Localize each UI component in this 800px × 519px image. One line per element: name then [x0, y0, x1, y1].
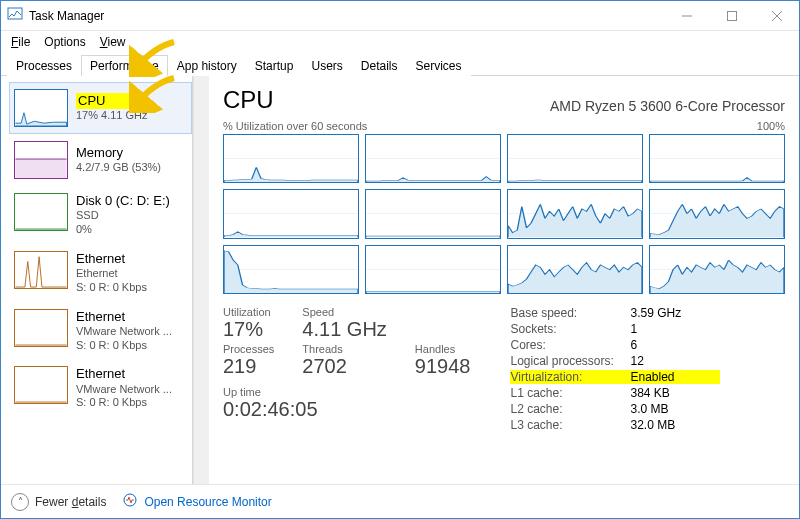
tab-details[interactable]: Details [352, 55, 407, 76]
cpu-core-chart [365, 189, 501, 238]
open-resource-monitor-label: Open Resource Monitor [144, 495, 271, 509]
sidebar-eth2-title: Ethernet [76, 366, 172, 382]
footer: ˄ Fewer details Open Resource Monitor [1, 484, 799, 518]
titlebar: Task Manager [1, 1, 799, 31]
tab-strip: Processes Performance App history Startu… [1, 53, 799, 76]
sidebar-eth0-title: Ethernet [76, 251, 147, 267]
cpu-panel: CPU AMD Ryzen 5 3600 6-Core Processor % … [209, 76, 799, 484]
sidebar-item-cpu[interactable]: CPU 17% 4.11 GHz [9, 82, 192, 134]
cpu-details: Base speed: 3.59 GHz Sockets: 1 Cores: 6… [510, 306, 720, 432]
sockets-value: 1 [630, 322, 720, 336]
l1-value: 384 KB [630, 386, 720, 400]
ethernet-thumb-icon [14, 251, 68, 289]
threads-label: Threads [302, 343, 386, 355]
sidebar-eth0-sub2: S: 0 R: 0 Kbps [76, 281, 147, 295]
svg-marker-23 [508, 205, 642, 238]
l1-label: L1 cache: [510, 386, 630, 400]
disk-thumb-icon [14, 193, 68, 231]
sidebar-eth2-sub2: S: 0 R: 0 Kbps [76, 396, 172, 410]
cpu-thumb-icon [14, 89, 68, 127]
window-title: Task Manager [29, 9, 104, 23]
menu-file[interactable]: File [11, 35, 30, 49]
logical-value: 12 [630, 354, 720, 368]
svg-marker-17 [650, 178, 784, 183]
cpu-core-chart [507, 189, 643, 238]
cpu-core-chart [507, 134, 643, 183]
cpu-core-chart [649, 189, 785, 238]
sidebar-scrollbar[interactable] [193, 76, 209, 484]
perf-sidebar: CPU 17% 4.11 GHz Memory 4.2/7.9 GB (53%) [1, 76, 193, 484]
virtualization-value: Enabled [630, 370, 720, 384]
util-axis-max: 100% [757, 120, 785, 132]
cpu-core-grid [223, 134, 785, 294]
ethernet-thumb-icon [14, 309, 68, 347]
sidebar-item-ethernet-2[interactable]: Ethernet VMware Network ... S: 0 R: 0 Kb… [9, 359, 192, 417]
cpu-core-chart [223, 189, 359, 238]
menu-options[interactable]: Options [44, 35, 85, 49]
handles-value: 91948 [415, 355, 471, 378]
utilization-label: Utilization [223, 306, 274, 318]
memory-thumb-icon [14, 141, 68, 179]
util-axis-label: % Utilization over 60 seconds [223, 120, 367, 132]
logical-label: Logical processors: [510, 354, 630, 368]
sidebar-disk-sub1: SSD [76, 209, 170, 223]
tab-processes[interactable]: Processes [7, 55, 81, 76]
sidebar-item-ethernet-1[interactable]: Ethernet VMware Network ... S: 0 R: 0 Kb… [9, 302, 192, 360]
sidebar-eth1-sub1: VMware Network ... [76, 325, 172, 339]
chevron-up-icon: ˄ [11, 493, 29, 511]
sidebar-eth1-title: Ethernet [76, 309, 172, 325]
l2-value: 3.0 MB [630, 402, 720, 416]
cpu-core-chart [223, 245, 359, 294]
page-title: CPU [223, 86, 274, 114]
sidebar-item-memory[interactable]: Memory 4.2/7.9 GB (53%) [9, 134, 192, 186]
open-resource-monitor-link[interactable]: Open Resource Monitor [122, 492, 271, 511]
sidebar-eth1-sub2: S: 0 R: 0 Kbps [76, 339, 172, 353]
svg-marker-25 [650, 205, 784, 238]
sidebar-eth0-sub1: Ethernet [76, 267, 147, 281]
task-manager-window: Task Manager File Options View Processes… [0, 0, 800, 519]
tab-services[interactable]: Services [407, 55, 471, 76]
base-speed-value: 3.59 GHz [630, 306, 720, 320]
speed-label: Speed [302, 306, 386, 318]
cpu-model: AMD Ryzen 5 3600 6-Core Processor [550, 98, 785, 114]
sidebar-item-disk0[interactable]: Disk 0 (C: D: E:) SSD 0% [9, 186, 192, 244]
svg-marker-31 [508, 262, 642, 293]
processes-label: Processes [223, 343, 274, 355]
uptime-value: 0:02:46:05 [223, 398, 470, 421]
close-button[interactable] [754, 1, 799, 30]
base-speed-label: Base speed: [510, 306, 630, 320]
fewer-details-button[interactable]: ˄ Fewer details [11, 493, 106, 511]
threads-value: 2702 [302, 355, 386, 378]
uptime-label: Up time [223, 386, 470, 398]
tab-app-history[interactable]: App history [168, 55, 246, 76]
tab-performance[interactable]: Performance [81, 55, 168, 76]
tab-users[interactable]: Users [302, 55, 351, 76]
svg-rect-5 [15, 159, 66, 178]
ethernet-thumb-icon [14, 366, 68, 404]
resource-monitor-icon [122, 492, 138, 511]
cpu-core-chart [223, 134, 359, 183]
maximize-button[interactable] [709, 1, 754, 30]
utilization-value: 17% [223, 318, 274, 341]
cores-value: 6 [630, 338, 720, 352]
l3-label: L3 cache: [510, 418, 630, 432]
minimize-button[interactable] [664, 1, 709, 30]
tab-startup[interactable]: Startup [246, 55, 303, 76]
cpu-core-chart [365, 134, 501, 183]
fewer-details-label: Fewer details [35, 495, 106, 509]
processes-value: 219 [223, 355, 274, 378]
cpu-core-chart [507, 245, 643, 294]
cpu-core-chart [649, 245, 785, 294]
sockets-label: Sockets: [510, 322, 630, 336]
menu-view[interactable]: View [100, 35, 126, 49]
sidebar-memory-sub: 4.2/7.9 GB (53%) [76, 161, 161, 175]
sidebar-item-ethernet-0[interactable]: Ethernet Ethernet S: 0 R: 0 Kbps [9, 244, 192, 302]
sidebar-eth2-sub1: VMware Network ... [76, 383, 172, 397]
cpu-core-chart [365, 245, 501, 294]
cpu-core-chart [649, 134, 785, 183]
svg-marker-27 [224, 250, 358, 293]
perf-body: CPU 17% 4.11 GHz Memory 4.2/7.9 GB (53%) [1, 76, 799, 484]
sidebar-cpu-title: CPU [76, 93, 148, 109]
menubar: File Options View [1, 31, 799, 53]
sidebar-disk-title: Disk 0 (C: D: E:) [76, 193, 170, 209]
